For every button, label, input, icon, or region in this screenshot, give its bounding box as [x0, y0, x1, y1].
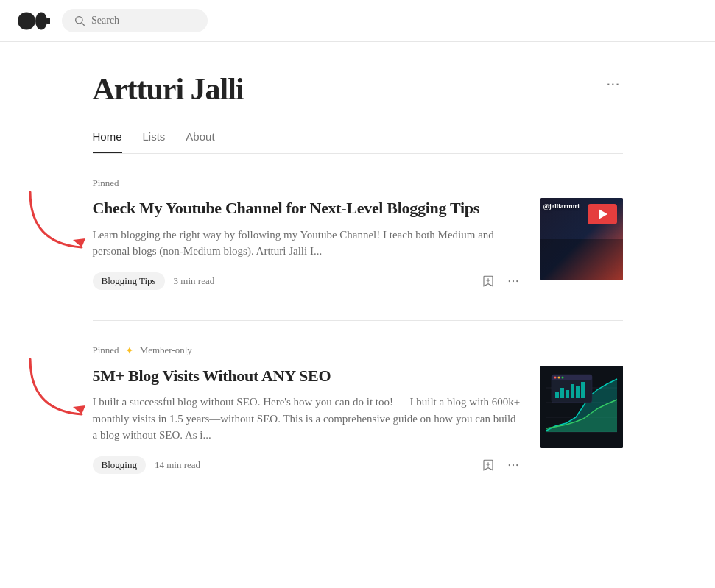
svg-point-1: [35, 12, 47, 29]
article-section-2: Pinned ✦ Member-only 5M+ Blog Visits Wit…: [93, 344, 623, 475]
main-content: Artturi Jalli ··· Home Lists About Pinne…: [34, 42, 682, 548]
svg-rect-29: [566, 390, 569, 398]
article-thumbnail-2[interactable]: [540, 366, 623, 448]
read-time-1: 3 min read: [174, 275, 215, 287]
svg-marker-11: [73, 405, 85, 414]
profile-header: Artturi Jalli ···: [93, 71, 623, 107]
svg-point-14: [508, 464, 510, 466]
ellipsis-icon-1: [507, 274, 520, 288]
svg-rect-28: [560, 388, 564, 398]
search-icon: [74, 15, 85, 26]
svg-rect-30: [571, 384, 574, 398]
pinned-label-2: Pinned ✦ Member-only: [93, 344, 623, 357]
article-card-2: 5M+ Blog Visits Without ANY SEO I built …: [93, 366, 623, 475]
header: Search: [0, 0, 715, 42]
save-button-1[interactable]: [479, 272, 498, 291]
svg-marker-5: [73, 238, 85, 247]
youtube-handle: @jalliartturi: [543, 202, 580, 210]
article-meta-2: Blogging 14 min read: [93, 456, 523, 475]
svg-point-15: [512, 464, 513, 466]
profile-tabs: Home Lists About: [93, 130, 623, 154]
search-bar[interactable]: Search: [62, 9, 208, 32]
tab-about[interactable]: About: [186, 130, 214, 153]
logo[interactable]: [18, 12, 50, 30]
svg-point-0: [18, 12, 35, 29]
more-button-1[interactable]: [504, 272, 523, 291]
article-section-1: Pinned Check My Youtube Channel for Next…: [93, 177, 623, 291]
article-card-1: Check My Youtube Channel for Next-Level …: [93, 198, 623, 291]
search-label: Search: [91, 15, 119, 26]
medium-logo-icon: [18, 12, 50, 30]
article-content-1: Check My Youtube Channel for Next-Level …: [93, 198, 523, 291]
arrow-annotation-2: [15, 352, 96, 425]
svg-line-4: [82, 23, 85, 26]
article-content-2: 5M+ Blog Visits Without ANY SEO I built …: [93, 366, 523, 475]
article-title-1[interactable]: Check My Youtube Channel for Next-Level …: [93, 198, 523, 219]
article-tag-2[interactable]: Blogging: [93, 456, 146, 474]
divider-1: [93, 320, 623, 321]
svg-point-24: [554, 376, 556, 378]
svg-point-8: [508, 280, 510, 281]
svg-point-25: [557, 376, 560, 378]
svg-rect-31: [576, 386, 580, 398]
svg-rect-27: [555, 392, 559, 398]
profile-more-button[interactable]: ···: [603, 71, 622, 96]
article-actions-2: [479, 456, 523, 475]
svg-rect-32: [581, 382, 585, 398]
pinned-label-1: Pinned: [93, 177, 623, 189]
tab-home[interactable]: Home: [93, 130, 122, 153]
svg-point-16: [516, 464, 518, 466]
article-thumbnail-1[interactable]: @jalliartturi: [540, 198, 623, 280]
svg-rect-23: [552, 375, 592, 380]
svg-point-10: [516, 280, 518, 281]
bookmark-icon-2: [482, 458, 495, 472]
svg-point-9: [512, 280, 513, 281]
article-actions-1: [479, 272, 523, 291]
read-time-2: 14 min read: [155, 459, 200, 471]
arrow-annotation-1: [15, 185, 96, 258]
profile-name: Artturi Jalli: [93, 71, 244, 107]
bookmark-icon-1: [482, 274, 495, 288]
member-badge: ✦: [125, 344, 134, 357]
article-tag-1[interactable]: Blogging Tips: [93, 272, 165, 290]
chart-svg: [540, 366, 623, 448]
tab-lists[interactable]: Lists: [143, 130, 166, 153]
more-button-2[interactable]: [504, 456, 523, 475]
svg-point-26: [561, 376, 563, 378]
svg-point-3: [76, 17, 82, 24]
ellipsis-icon-2: [507, 458, 520, 472]
article-excerpt-2: I built a successful blog without SEO. H…: [93, 394, 523, 444]
article-excerpt-1: Learn blogging the right way by followin…: [93, 227, 523, 260]
save-button-2[interactable]: [479, 456, 498, 475]
article-meta-1: Blogging Tips 3 min read: [93, 272, 523, 291]
article-title-2[interactable]: 5M+ Blog Visits Without ANY SEO: [93, 366, 523, 387]
